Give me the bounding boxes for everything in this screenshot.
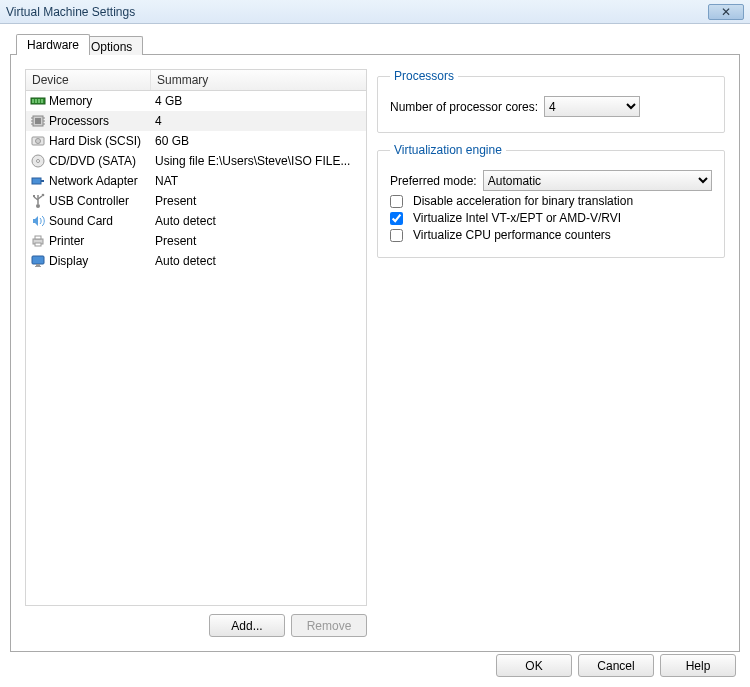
device-name: Hard Disk (SCSI) bbox=[49, 134, 141, 148]
svg-rect-1 bbox=[32, 99, 34, 103]
svg-rect-17 bbox=[32, 178, 41, 184]
svg-point-16 bbox=[37, 160, 40, 163]
svg-rect-6 bbox=[35, 118, 41, 124]
device-name: CD/DVD (SATA) bbox=[49, 154, 136, 168]
virtualization-legend: Virtualization engine bbox=[390, 143, 506, 157]
table-row[interactable]: CD/DVD (SATA)Using file E:\Users\Steve\I… bbox=[26, 151, 366, 171]
display-icon bbox=[30, 253, 46, 269]
perf-counters-checkbox[interactable] bbox=[390, 229, 403, 242]
virtualize-vt-label[interactable]: Virtualize Intel VT-x/EPT or AMD-V/RVI bbox=[413, 211, 621, 225]
virtualize-vt-checkbox[interactable] bbox=[390, 212, 403, 225]
tab-hardware-label: Hardware bbox=[27, 38, 79, 52]
hdd-icon bbox=[30, 133, 46, 149]
device-summary: 4 GB bbox=[155, 94, 362, 108]
memory-icon bbox=[30, 93, 46, 109]
tab-hardware[interactable]: Hardware bbox=[16, 34, 90, 55]
mode-select[interactable]: Automatic bbox=[483, 170, 712, 191]
tab-options-label: Options bbox=[91, 40, 132, 54]
help-button[interactable]: Help bbox=[660, 654, 736, 677]
col-header-summary[interactable]: Summary bbox=[151, 70, 366, 90]
svg-rect-23 bbox=[33, 195, 35, 197]
table-row[interactable]: Hard Disk (SCSI)60 GB bbox=[26, 131, 366, 151]
table-row[interactable]: PrinterPresent bbox=[26, 231, 366, 251]
device-name: Network Adapter bbox=[49, 174, 138, 188]
svg-rect-27 bbox=[35, 243, 41, 246]
usb-icon bbox=[30, 193, 46, 209]
mode-label: Preferred mode: bbox=[390, 174, 477, 188]
col-header-device[interactable]: Device bbox=[26, 70, 151, 90]
table-row[interactable]: Network AdapterNAT bbox=[26, 171, 366, 191]
table-row[interactable]: USB ControllerPresent bbox=[26, 191, 366, 211]
dialog-footer: OK Cancel Help bbox=[496, 654, 736, 677]
device-name: Printer bbox=[49, 234, 84, 248]
close-icon: ✕ bbox=[721, 5, 731, 19]
cpu-icon bbox=[30, 113, 46, 129]
processors-group: Processors Number of processor cores: 4 bbox=[377, 69, 725, 133]
svg-rect-26 bbox=[35, 236, 41, 239]
svg-rect-2 bbox=[35, 99, 37, 103]
device-table-body: Memory4 GBProcessors4Hard Disk (SCSI)60 … bbox=[26, 91, 366, 271]
window-title: Virtual Machine Settings bbox=[6, 5, 135, 19]
remove-button[interactable]: Remove bbox=[291, 614, 367, 637]
device-name: Memory bbox=[49, 94, 92, 108]
device-summary: Present bbox=[155, 194, 362, 208]
device-summary: Present bbox=[155, 234, 362, 248]
disable-accel-checkbox[interactable] bbox=[390, 195, 403, 208]
add-button[interactable]: Add... bbox=[209, 614, 285, 637]
device-summary: Auto detect bbox=[155, 214, 362, 228]
table-row[interactable]: Processors4 bbox=[26, 111, 366, 131]
disable-accel-label[interactable]: Disable acceleration for binary translat… bbox=[413, 194, 633, 208]
device-summary: NAT bbox=[155, 174, 362, 188]
svg-rect-4 bbox=[41, 99, 43, 103]
svg-rect-3 bbox=[38, 99, 40, 103]
perf-counters-label[interactable]: Virtualize CPU performance counters bbox=[413, 228, 611, 242]
sound-icon bbox=[30, 213, 46, 229]
tabstrip: Hardware Options bbox=[16, 34, 740, 55]
device-table-header: Device Summary bbox=[26, 70, 366, 91]
svg-point-24 bbox=[42, 194, 45, 197]
svg-rect-29 bbox=[36, 264, 40, 266]
svg-point-14 bbox=[36, 139, 41, 144]
printer-icon bbox=[30, 233, 46, 249]
titlebar: Virtual Machine Settings ✕ bbox=[0, 0, 750, 24]
device-name: Display bbox=[49, 254, 88, 268]
cancel-button[interactable]: Cancel bbox=[578, 654, 654, 677]
device-summary: 4 bbox=[155, 114, 362, 128]
right-pane: Processors Number of processor cores: 4 … bbox=[377, 69, 725, 637]
device-summary: Using file E:\Users\Steve\ISO FILE... bbox=[155, 154, 362, 168]
device-summary: 60 GB bbox=[155, 134, 362, 148]
left-pane: Device Summary Memory4 GBProcessors4Hard… bbox=[25, 69, 367, 637]
processors-legend: Processors bbox=[390, 69, 458, 83]
device-table: Device Summary Memory4 GBProcessors4Hard… bbox=[25, 69, 367, 606]
svg-rect-28 bbox=[32, 256, 44, 264]
svg-rect-30 bbox=[35, 266, 41, 267]
cd-icon bbox=[30, 153, 46, 169]
device-name: Sound Card bbox=[49, 214, 113, 228]
virtualization-group: Virtualization engine Preferred mode: Au… bbox=[377, 143, 725, 258]
table-row[interactable]: Sound CardAuto detect bbox=[26, 211, 366, 231]
close-button[interactable]: ✕ bbox=[708, 4, 744, 20]
content-area: Hardware Options Device Summary Memory4 … bbox=[0, 24, 750, 652]
svg-point-19 bbox=[36, 204, 40, 208]
cores-label: Number of processor cores: bbox=[390, 100, 538, 114]
net-icon bbox=[30, 173, 46, 189]
device-name: USB Controller bbox=[49, 194, 129, 208]
device-summary: Auto detect bbox=[155, 254, 362, 268]
svg-rect-18 bbox=[41, 180, 44, 182]
device-name: Processors bbox=[49, 114, 109, 128]
cores-select[interactable]: 4 bbox=[544, 96, 640, 117]
tabpanel-hardware: Device Summary Memory4 GBProcessors4Hard… bbox=[10, 54, 740, 652]
table-row[interactable]: DisplayAuto detect bbox=[26, 251, 366, 271]
ok-button[interactable]: OK bbox=[496, 654, 572, 677]
table-row[interactable]: Memory4 GB bbox=[26, 91, 366, 111]
device-buttons: Add... Remove bbox=[25, 614, 367, 637]
